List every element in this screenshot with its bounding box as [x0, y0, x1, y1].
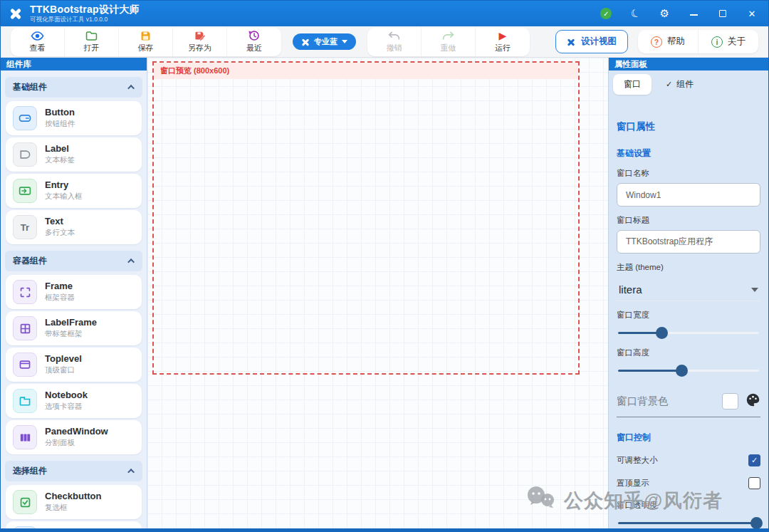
window-title-label: 窗口标题 — [617, 215, 760, 226]
design-tools-icon — [567, 38, 575, 46]
settings-gear-icon[interactable]: ⚙ — [660, 7, 669, 20]
question-icon: ? — [651, 36, 662, 48]
window-height-label: 窗口高度 — [617, 348, 760, 358]
frame-widget-icon — [13, 280, 37, 304]
folder-icon — [85, 30, 98, 42]
close-button[interactable]: ✕ — [747, 9, 757, 19]
maximize-button[interactable] — [718, 9, 728, 19]
alpha-label: 窗口透明度 — [617, 500, 760, 511]
topmost-label: 置顶显示 — [617, 478, 649, 489]
widget-card-checkbutton[interactable]: Checkbutton 复选框 — [6, 485, 142, 519]
slider-thumb[interactable] — [750, 517, 763, 529]
chevron-down-icon — [751, 288, 758, 292]
window-title-input[interactable]: TTKBootstrap应用程序 — [617, 230, 760, 254]
titlebar: TTKBootstrap设计大师 可视化界面设计工具 v1.0.0.0 ✓ ☾ … — [1, 1, 768, 26]
open-button[interactable]: 打开 — [65, 28, 119, 56]
resizable-checkbox[interactable]: ✓ — [748, 454, 760, 466]
design-view-button[interactable]: 设计视图 — [555, 30, 628, 53]
tab-component[interactable]: ✓ 组件 — [655, 74, 704, 95]
redo-button[interactable]: 重做 — [422, 28, 476, 56]
app-subtitle: 可视化界面设计工具 v1.0.0.0 — [30, 16, 140, 23]
floppy-edit-icon — [194, 30, 206, 42]
resizable-label: 可调整大小 — [617, 455, 658, 466]
entry-widget-icon — [13, 179, 37, 203]
redo-arrow-icon — [442, 30, 454, 42]
checkbutton-widget-icon — [13, 490, 37, 514]
dark-mode-toggle-icon[interactable]: ☾ — [629, 6, 642, 21]
widget-card-notebook[interactable]: Notebook 选项卡容器 — [6, 384, 142, 418]
properties-panel-header: 属性面板 — [609, 58, 768, 71]
save-button[interactable]: 保存 — [119, 28, 173, 56]
panedwindow-widget-icon — [13, 425, 37, 449]
window-height-slider[interactable] — [618, 365, 759, 377]
palette-icon[interactable] — [746, 392, 760, 410]
status-check-icon: ✓ — [600, 8, 612, 19]
window-bg-color-label: 窗口背景色 — [617, 395, 715, 408]
alpha-slider[interactable] — [618, 517, 759, 529]
widget-card-entry[interactable]: Entry 文本输入框 — [6, 174, 142, 208]
window-preview-frame[interactable]: 窗口预览 (800x600) — [152, 61, 580, 375]
basic-settings-heading: 基础设置 — [617, 147, 760, 160]
window-width-label: 窗口宽度 — [617, 310, 760, 320]
color-swatch[interactable] — [722, 393, 738, 410]
eye-icon — [31, 30, 44, 42]
save-as-button[interactable]: 另存为 — [173, 28, 227, 56]
run-button[interactable]: ▶ 运行 — [476, 28, 530, 56]
widget-card-label[interactable]: Label 文本标签 — [6, 137, 142, 172]
play-icon: ▶ — [499, 30, 507, 42]
app-logo-icon — [8, 6, 23, 21]
window-width-slider[interactable] — [618, 327, 759, 339]
window-props-heading: 窗口属性 — [617, 120, 760, 133]
theme-select[interactable]: litera — [617, 277, 760, 301]
undo-button[interactable]: 撤销 — [367, 28, 422, 56]
widget-card-text[interactable]: Tr Text 多行文本 — [6, 210, 142, 244]
widget-card-frame[interactable]: Frame 框架容器 — [6, 275, 142, 309]
slider-thumb[interactable] — [656, 327, 668, 339]
widget-card-button[interactable]: Button 按钮组件 — [6, 101, 142, 135]
tools-x-icon — [301, 38, 310, 46]
section-basic-components[interactable]: 基础组件 — [5, 77, 142, 98]
window-preview-label: 窗口预览 (800x600) — [154, 63, 578, 79]
button-widget-icon — [13, 106, 37, 130]
design-canvas[interactable]: 窗口预览 (800x600) — [147, 58, 608, 532]
undo-arrow-icon — [388, 30, 400, 42]
check-icon: ✓ — [666, 80, 672, 89]
section-container-components[interactable]: 容器组件 — [5, 251, 142, 271]
window-name-label: 窗口名称 — [617, 168, 760, 179]
window-name-input[interactable]: Window1 — [617, 183, 760, 207]
toplevel-widget-icon — [13, 353, 37, 377]
app-window: TTKBootstrap设计大师 可视化界面设计工具 v1.0.0.0 ✓ ☾ … — [0, 0, 769, 532]
chevron-up-icon — [127, 259, 135, 266]
widget-card-toplevel[interactable]: Toplevel 顶级窗口 — [6, 348, 142, 382]
chevron-down-icon — [342, 40, 347, 43]
recent-button[interactable]: 最近 — [227, 28, 281, 56]
window-bottom-edge — [1, 528, 768, 531]
theme-dropdown[interactable]: 专业蓝 — [293, 33, 356, 50]
view-button[interactable]: 查看 — [11, 28, 65, 56]
slider-thumb[interactable] — [676, 365, 688, 377]
tab-window[interactable]: 窗口 — [613, 74, 652, 95]
toolbar: 查看 打开 保存 另存为 — [1, 26, 768, 58]
label-widget-icon — [13, 142, 37, 167]
labelframe-widget-icon — [13, 316, 37, 340]
theme-label: 主题 (theme) — [617, 262, 760, 273]
clock-history-icon — [249, 30, 260, 42]
widget-card-labelframe[interactable]: LabelFrame 带标签框架 — [6, 311, 142, 345]
component-library-header: 组件库 — [1, 58, 147, 71]
chevron-up-icon — [127, 469, 135, 476]
help-button[interactable]: ? 帮助 — [638, 30, 699, 53]
chevron-up-icon — [127, 85, 135, 92]
window-control-heading: 窗口控制 — [617, 432, 760, 444]
widget-card-panedwindow[interactable]: PanedWindow 分割面板 — [6, 420, 142, 454]
floppy-save-icon — [140, 30, 151, 42]
info-icon: i — [711, 36, 723, 48]
component-library-panel: 组件库 基础组件 Button 按钮组件 Label 文本标签 — [1, 58, 147, 532]
minimize-button[interactable] — [689, 9, 699, 19]
about-button[interactable]: i 关于 — [699, 30, 758, 53]
app-title: TTKBootstrap设计大师 — [30, 4, 140, 15]
section-selection-components[interactable]: 选择组件 — [5, 461, 142, 481]
text-widget-icon: Tr — [13, 215, 37, 239]
properties-panel: 属性面板 窗口 ✓ 组件 窗口属性 基础设置 窗口名称 Window1 窗口标题… — [608, 58, 768, 532]
topmost-checkbox[interactable] — [748, 477, 760, 489]
notebook-widget-icon — [13, 389, 37, 413]
